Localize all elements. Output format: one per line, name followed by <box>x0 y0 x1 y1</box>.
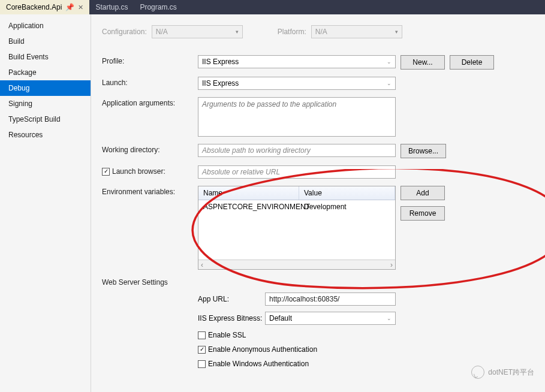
tab-label: Program.cs <box>140 3 176 11</box>
sidebar-item-resources[interactable]: Resources <box>0 127 91 143</box>
sidebar-item-build[interactable]: Build <box>0 34 91 49</box>
enable-ssl-checkbox[interactable] <box>198 331 206 339</box>
sidebar-item-package[interactable]: Package <box>0 65 91 80</box>
sidebar-item-application[interactable]: Application <box>0 18 91 34</box>
launch-browser-label: Launch browser: <box>112 167 165 176</box>
enable-win-checkbox[interactable] <box>198 360 206 368</box>
bitness-combo[interactable]: Default ⌄ <box>265 312 396 325</box>
property-page-sidebar: Application Build Build Events Package D… <box>0 14 91 392</box>
appurl-label: App URL: <box>198 295 265 303</box>
sidebar-item-debug[interactable]: Debug <box>0 80 91 96</box>
workdir-input[interactable]: Absolute path to working directory <box>198 144 396 157</box>
env-add-button[interactable]: Add <box>401 186 445 200</box>
debug-settings-panel: Configuration: N/A ▾ Platform: N/A ▾ Pro… <box>91 14 545 392</box>
new-profile-button[interactable]: New... <box>401 55 445 70</box>
env-scrollbar[interactable]: ‹ › <box>198 260 395 269</box>
watermark: dotNET跨平台 <box>471 366 534 379</box>
launch-label: Launch: <box>102 77 198 87</box>
tab-label: Startup.cs <box>95 3 128 11</box>
env-variables-grid[interactable]: Name Value ASPNETCORE_ENVIRONMENT Develo… <box>198 186 396 270</box>
args-input[interactable] <box>198 97 396 137</box>
delete-profile-button[interactable]: Delete <box>450 55 494 70</box>
launch-browser-checkbox[interactable] <box>102 168 110 176</box>
env-label: Environment variables: <box>102 186 198 196</box>
appurl-input[interactable]: http://localhost:60835/ <box>265 293 396 306</box>
pin-icon[interactable]: 📌 <box>65 3 74 11</box>
configuration-label: Configuration: <box>102 28 147 36</box>
chevron-down-icon: ▾ <box>395 29 398 35</box>
sidebar-item-typescript-build[interactable]: TypeScript Build <box>0 111 91 127</box>
launch-browser-url-input[interactable]: Absolute or relative URL <box>198 165 396 179</box>
env-cell-value: Development <box>299 200 395 213</box>
tab-program[interactable]: Program.cs <box>134 0 182 14</box>
platform-select[interactable]: N/A ▾ <box>311 25 402 38</box>
env-remove-button[interactable]: Remove <box>401 206 445 221</box>
chevron-down-icon: ⌄ <box>387 80 392 86</box>
browse-button[interactable]: Browse... <box>401 144 446 158</box>
tab-startup[interactable]: Startup.cs <box>89 0 134 14</box>
profile-combo[interactable]: IIS Express ⌄ <box>198 55 396 68</box>
enable-anon-checkbox[interactable] <box>198 346 206 354</box>
chevron-down-icon: ⌄ <box>387 315 392 321</box>
close-icon[interactable]: ✕ <box>78 4 83 11</box>
workdir-label: Working directory: <box>102 144 198 154</box>
env-col-name[interactable]: Name <box>198 186 299 200</box>
enable-ssl-label: Enable SSL <box>208 331 246 339</box>
chevron-down-icon: ▾ <box>236 29 239 35</box>
args-label: Application arguments: <box>102 97 198 107</box>
env-cell-name: ASPNETCORE_ENVIRONMENT <box>198 200 299 213</box>
tab-strip: CoreBackend.Api 📌 ✕ Startup.cs Program.c… <box>0 0 545 14</box>
bitness-label: IIS Express Bitness: <box>198 314 265 322</box>
scroll-left-icon[interactable]: ‹ <box>201 261 203 269</box>
sidebar-item-build-events[interactable]: Build Events <box>0 49 91 65</box>
env-col-value[interactable]: Value <box>299 186 395 200</box>
wechat-icon <box>471 366 484 379</box>
tab-label: CoreBackend.Api <box>6 3 62 11</box>
sidebar-item-signing[interactable]: Signing <box>0 96 91 111</box>
web-server-section-title: Web Server Settings <box>102 278 529 287</box>
enable-win-label: Enable Windows Authentication <box>208 360 309 368</box>
platform-label: Platform: <box>278 28 306 36</box>
launch-combo[interactable]: IIS Express ⌄ <box>198 77 396 90</box>
configuration-select[interactable]: N/A ▾ <box>152 25 243 38</box>
scroll-right-icon[interactable]: › <box>390 261 393 269</box>
profile-label: Profile: <box>102 55 198 65</box>
chevron-down-icon: ⌄ <box>387 59 392 65</box>
tab-project[interactable]: CoreBackend.Api 📌 ✕ <box>0 0 89 14</box>
enable-anon-label: Enable Anonymous Authentication <box>208 345 317 354</box>
env-row[interactable]: ASPNETCORE_ENVIRONMENT Development <box>198 200 395 213</box>
